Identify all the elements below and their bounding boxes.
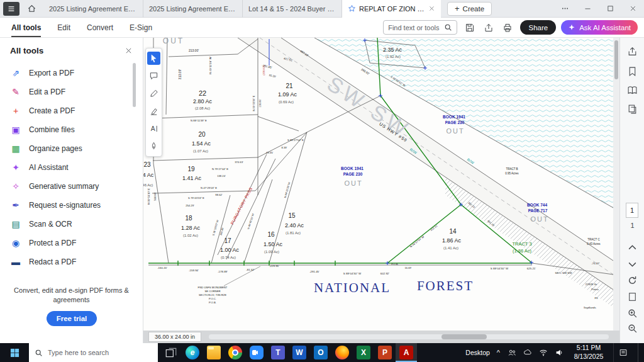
tool-item-export-a-pdf[interactable]: ⇗Export a PDF	[0, 64, 143, 82]
taskbar-slot[interactable]	[160, 343, 182, 362]
rotate-icon[interactable]	[626, 274, 638, 286]
chrome-icon[interactable]	[228, 346, 242, 359]
desktop-label: Desktop	[465, 349, 490, 356]
taskbar-slot[interactable]	[331, 343, 353, 362]
powerpoint-icon[interactable]: P	[378, 346, 392, 359]
tool-item-create-a-pdf[interactable]: +Create a PDF	[0, 101, 143, 120]
close-window-button[interactable]	[621, 0, 644, 17]
create-button[interactable]: +Create	[447, 2, 492, 16]
reader-mode-icon[interactable]	[626, 84, 638, 96]
tool-item-combine-files[interactable]: ▣Combine files	[0, 120, 143, 139]
file-explorer-icon[interactable]	[207, 346, 221, 359]
map-label: 213.00'	[189, 48, 199, 52]
vertical-scrollbar-thumb[interactable]	[614, 40, 618, 79]
comment-icon[interactable]	[147, 69, 160, 82]
find-input[interactable]: Find text or tools	[383, 20, 457, 35]
free-trial-button[interactable]: Free trial	[47, 311, 97, 326]
taskbar-slot[interactable]: O	[310, 343, 331, 362]
select-cursor-icon[interactable]	[147, 52, 160, 65]
generative-summary-icon: ✧	[10, 182, 21, 191]
export-pdf-icon: ⇗	[10, 69, 21, 77]
chevron-up-icon[interactable]	[626, 242, 638, 254]
outlook-icon[interactable]: O	[314, 346, 328, 359]
volume-icon[interactable]	[554, 348, 564, 358]
maximize-button[interactable]	[599, 0, 621, 17]
chevron-down-icon[interactable]	[626, 258, 638, 270]
tab-close-icon[interactable]	[428, 5, 435, 12]
zoom-icon[interactable]	[250, 346, 264, 359]
show-desktop-button[interactable]	[638, 343, 640, 362]
start-button[interactable]	[0, 343, 29, 362]
taskbar-slot[interactable]	[225, 343, 246, 362]
more-options-icon[interactable]	[553, 0, 576, 17]
teams-icon[interactable]: T	[271, 346, 285, 359]
vertical-scrollbar[interactable]	[613, 38, 619, 331]
page-number-box[interactable]: 1	[626, 203, 638, 218]
hamburger-menu-button[interactable]	[3, 2, 19, 16]
save-icon[interactable]	[462, 20, 477, 35]
notifications-icon[interactable]	[613, 343, 632, 362]
tool-item-label: Redact a PDF	[29, 257, 76, 266]
map-label: 138.24'	[217, 174, 226, 178]
cloud-icon[interactable]	[523, 348, 533, 358]
taskbar-slot[interactable]: X	[353, 343, 374, 362]
excel-icon[interactable]: X	[357, 346, 370, 359]
menu-edit[interactable]: Edit	[57, 18, 70, 37]
highlighter-icon[interactable]	[147, 105, 160, 118]
tool-item-organize-pages[interactable]: ▦Organize pages	[0, 139, 143, 158]
tool-item-generative-summary[interactable]: ✧Generative summary	[0, 177, 143, 196]
fit-page-icon[interactable]	[626, 291, 638, 303]
edge-icon[interactable]: e	[186, 346, 199, 359]
taskbar-clock[interactable]: 5:11 PM 8/13/2025	[570, 344, 608, 361]
panel-close-icon[interactable]	[125, 47, 133, 55]
minimize-button[interactable]	[576, 0, 599, 17]
taskbar-slot[interactable]: A	[396, 343, 417, 362]
tool-item-redact-a-pdf[interactable]: ▬Redact a PDF	[0, 252, 143, 271]
home-button[interactable]	[23, 2, 40, 16]
document-tab[interactable]: REPLAT OF ZION HEIG...	[341, 0, 441, 18]
arrow-export-icon[interactable]	[626, 45, 638, 57]
taskbar-slot[interactable]: W	[289, 343, 310, 362]
document-area[interactable]: OUT213.00'313.09'N 43°12'18" W-351.85'41…	[143, 38, 619, 343]
ask-ai-assistant-button[interactable]: Ask AI Assistant	[561, 20, 638, 35]
horizontal-scrollbar[interactable]	[209, 334, 609, 339]
menu-convert[interactable]: Convert	[87, 18, 113, 37]
ai-label: Ask AI Assistant	[579, 24, 631, 31]
panel-scrollbar[interactable]	[133, 63, 136, 107]
sign-icon[interactable]	[147, 140, 160, 153]
firefox-icon[interactable]	[335, 346, 349, 359]
taskbar-slot[interactable]: T	[267, 343, 289, 362]
zoom-in-icon[interactable]	[626, 307, 638, 319]
word-icon[interactable]: W	[292, 346, 306, 359]
document-tab[interactable]: Lot 14 & 15 - 2024 Buyer Broker ...	[242, 0, 341, 18]
menu-e-sign[interactable]: E-Sign	[130, 18, 152, 37]
taskbar-search-input[interactable]: Type here to search	[29, 343, 158, 362]
add-text-icon[interactable]: A	[147, 122, 160, 135]
share-button[interactable]: Share	[520, 20, 556, 35]
tool-item-request-e-signatures[interactable]: ✒Request e-signatures	[0, 196, 143, 215]
document-tab[interactable]: 2025 Listing Agreement Exclusiv...	[143, 0, 242, 18]
document-tab[interactable]: 2025 Listing Agreement Exclusiv...	[43, 0, 143, 18]
print-icon[interactable]	[500, 20, 515, 35]
tool-item-protect-a-pdf[interactable]: ◉Protect a PDF	[0, 234, 143, 252]
task-view-icon[interactable]	[164, 346, 178, 359]
tool-item-edit-a-pdf[interactable]: ✎Edit a PDF	[0, 82, 143, 101]
taskbar-slot[interactable]	[246, 343, 267, 362]
menu-all-tools[interactable]: All tools	[11, 18, 41, 37]
taskbar-slot[interactable]: P	[374, 343, 396, 362]
wifi-icon[interactable]	[538, 348, 548, 358]
horizontal-scrollbar-thumb[interactable]	[441, 334, 487, 339]
zoom-out-icon[interactable]	[626, 322, 638, 334]
tool-item-scan-ocr[interactable]: ▤Scan & OCR	[0, 215, 143, 234]
people-icon[interactable]	[507, 348, 517, 358]
acrobat-icon[interactable]: A	[399, 346, 413, 359]
taskbar-slot[interactable]	[203, 343, 225, 362]
pencil-icon[interactable]	[147, 87, 160, 100]
tray-chevron-up-icon[interactable]: ^	[496, 349, 501, 356]
page-copy-icon[interactable]	[626, 103, 638, 115]
share-arrow-icon[interactable]	[481, 20, 496, 35]
taskbar-slot[interactable]: e	[182, 343, 203, 362]
tool-item-ai-assistant[interactable]: ✦AI Assistant	[0, 158, 143, 177]
map-label: (1.41 Ac)	[443, 246, 458, 250]
bookmark-icon[interactable]	[626, 65, 638, 77]
